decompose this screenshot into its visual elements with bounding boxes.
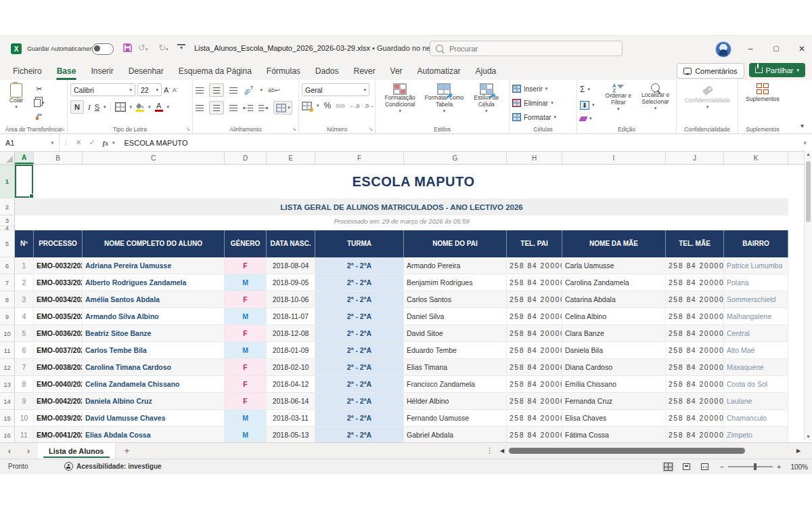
column-header-E[interactable]: E	[267, 152, 315, 164]
new-sheet-icon[interactable]: +	[116, 446, 139, 456]
table-header-cell[interactable]: DATA NASC.	[267, 230, 315, 257]
cell[interactable]: Benjamim Rodrigues	[404, 274, 507, 291]
cell[interactable]: 2ª - 2ªA	[315, 359, 404, 376]
cell[interactable]: 258 84 200003	[507, 257, 562, 274]
cell[interactable]: 1	[15, 257, 34, 274]
row-header-9[interactable]: 9	[0, 308, 14, 325]
cell[interactable]: M	[225, 308, 267, 325]
number-format-select[interactable]: Geral▾	[302, 83, 369, 96]
tab-splitter-icon[interactable]: ⋮	[486, 446, 493, 455]
cell[interactable]: EMO-0039/202	[34, 410, 83, 427]
cell[interactable]: Carolina Zandamela	[562, 274, 666, 291]
cell[interactable]: 258 84 200003	[507, 342, 562, 359]
cell[interactable]: 2018-03-11	[267, 410, 315, 427]
cell[interactable]: 2ª - 2ªA	[315, 257, 404, 274]
cell[interactable]: 2018-09-05	[267, 274, 315, 291]
user-avatar[interactable]	[715, 41, 731, 58]
accessibility-status[interactable]: Acessibilidade: investigue	[64, 462, 162, 471]
cell[interactable]: Adriana Pereira Uamusse	[83, 257, 225, 274]
scroll-left-icon[interactable]: ◀	[498, 448, 506, 454]
autosave-toggle[interactable]	[92, 43, 114, 55]
cell[interactable]: F	[225, 359, 267, 376]
cell[interactable]: Beatriz Sitoe Banze	[83, 325, 225, 342]
title-row[interactable]: ESCOLA MAPUTO	[15, 165, 812, 198]
subtitle-row[interactable]: LISTA GERAL DE ALUNOS MATRICULADOS - ANO…	[15, 198, 788, 215]
format-as-table-button[interactable]: Formatar como Tabela▾	[423, 83, 465, 125]
cell[interactable]: 5	[15, 325, 34, 342]
cell[interactable]: Fernando Uamusse	[404, 410, 507, 427]
increase-decimal-icon[interactable]: ←.0	[350, 103, 360, 109]
tab-base[interactable]: Base	[49, 62, 84, 80]
cell[interactable]: Chamanculo	[724, 410, 788, 427]
cell[interactable]: 2018-02-10	[267, 359, 315, 376]
cell[interactable]: F	[225, 325, 267, 342]
cell[interactable]: Daniela Albino Cruz	[83, 393, 225, 410]
cell[interactable]: Eduardo Tembe	[404, 342, 507, 359]
row-header-7[interactable]: 7	[0, 274, 14, 291]
cell[interactable]: Elias Timana	[404, 359, 507, 376]
cell[interactable]: 258 84 200004	[666, 393, 724, 410]
underline-button[interactable]: S	[95, 103, 99, 111]
cell[interactable]: 2018-05-13	[267, 427, 315, 442]
column-header-A[interactable]: A	[15, 152, 34, 164]
scroll-right-icon[interactable]: ▶	[794, 448, 803, 454]
redo-button[interactable]: ↻▾	[158, 43, 168, 53]
row-header-6[interactable]: 6	[0, 257, 14, 274]
cell[interactable]: 258 84 200003	[507, 376, 562, 393]
cell[interactable]: Francisco Zandamela	[404, 376, 507, 393]
fill-color-icon[interactable]	[136, 103, 144, 112]
cell[interactable]: M	[225, 427, 267, 442]
cell[interactable]: 2ª - 2ªA	[315, 393, 404, 410]
cell[interactable]: Diana Cardoso	[562, 359, 666, 376]
cell[interactable]: EMO-0037/202	[34, 342, 83, 359]
cell[interactable]: F	[225, 376, 267, 393]
decrease-indent-icon[interactable]: ⇤	[243, 105, 253, 111]
column-header-K[interactable]: K	[724, 152, 788, 164]
align-middle-icon[interactable]	[209, 83, 224, 97]
cell[interactable]: 8	[15, 376, 34, 393]
column-header-I[interactable]: I	[562, 152, 666, 164]
cell[interactable]: 258 84 200003	[666, 257, 724, 274]
cell[interactable]: 258 84 200003	[507, 359, 562, 376]
tab-ajuda[interactable]: Ajuda	[468, 62, 504, 80]
column-header-G[interactable]: G	[404, 152, 507, 164]
processed-row[interactable]: Processado em: 29 de março de 2026 às 05…	[15, 215, 788, 226]
tab-desenhar[interactable]: Desenhar	[121, 62, 171, 80]
scroll-down-icon[interactable]: ▼	[805, 434, 812, 439]
cell[interactable]: Carlos Tembe Bila	[83, 342, 225, 359]
row-header-1[interactable]: 1	[0, 165, 14, 198]
cell[interactable]: Armando Silva Albino	[83, 308, 225, 325]
fill-button[interactable]: ⬇▾	[580, 101, 595, 110]
cell[interactable]: EMO-0038/202	[34, 359, 83, 376]
table-header-cell[interactable]: TURMA	[315, 230, 404, 257]
align-bottom-icon[interactable]	[229, 87, 238, 93]
cell[interactable]: David Sitoe	[404, 325, 507, 342]
cell[interactable]: 10	[15, 410, 34, 427]
cell[interactable]: 258 84 200003	[666, 325, 724, 342]
cell[interactable]: 2018-01-09	[267, 342, 315, 359]
formula-value[interactable]: ESCOLA MAPUTO	[125, 139, 188, 147]
copy-icon[interactable]: ▾	[34, 99, 45, 107]
cell[interactable]: 2ª - 2ªA	[315, 274, 404, 291]
cell[interactable]: 2ª - 2ªA	[315, 376, 404, 393]
cell[interactable]: Costa do Sol	[724, 376, 788, 393]
paste-button[interactable]: Colar▾	[3, 83, 30, 120]
cell[interactable]: 258 84 200003	[666, 376, 724, 393]
borders-icon[interactable]	[115, 102, 126, 112]
cell[interactable]: Patrice Lumumba	[724, 257, 788, 274]
row-header-14[interactable]: 14	[0, 393, 14, 410]
cell[interactable]: Maxaquene	[724, 359, 788, 376]
cell[interactable]: EMO-0036/202	[34, 325, 83, 342]
cell[interactable]: 2	[15, 274, 34, 291]
page-layout-view-button[interactable]	[681, 462, 692, 472]
column-header-H[interactable]: H	[507, 152, 562, 164]
cell[interactable]: 2018-06-14	[267, 393, 315, 410]
cell[interactable]: EMO-0042/202	[34, 393, 83, 410]
font-color-icon[interactable]: A	[155, 102, 163, 112]
tab-automatizar[interactable]: Automatizar	[410, 62, 468, 80]
tab-formulas[interactable]: Fórmulas	[259, 62, 308, 80]
cell[interactable]: EMO-0034/202	[34, 291, 83, 308]
merge-center-icon[interactable]: ▾	[273, 101, 292, 114]
cell[interactable]: 258 84 200003	[507, 325, 562, 342]
table-header-cell[interactable]: TEL. PAI	[507, 230, 562, 257]
